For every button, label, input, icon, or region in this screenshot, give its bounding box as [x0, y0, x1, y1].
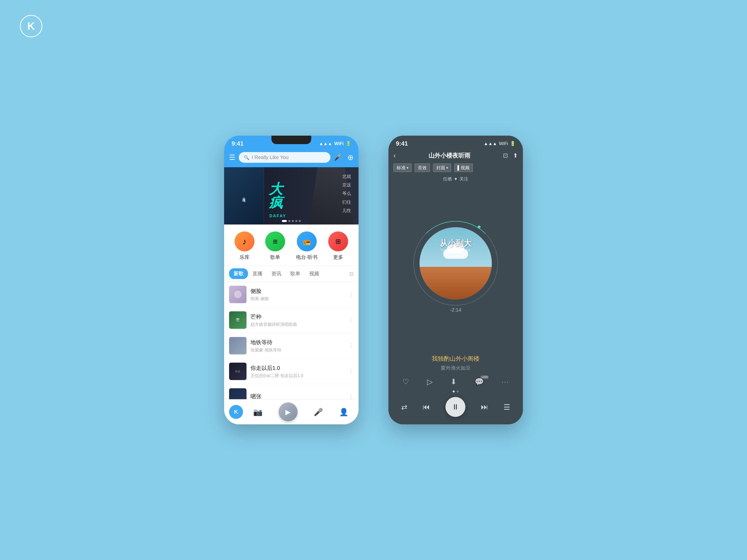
banner: 音乐后现场 大 疯 DAFAY 北就 京这 [224, 167, 359, 224]
song-more-1[interactable]: ⋮ [348, 291, 354, 298]
notch-right [436, 136, 475, 144]
banner-left: 音乐后现场 [224, 167, 264, 224]
song-subtitle-2: 赵方婧音频诗听演唱歌曲 [251, 322, 344, 327]
song-more-5[interactable]: ⋮ [348, 394, 354, 399]
song-title-3: 地铁等待 [251, 339, 344, 346]
download-icon[interactable]: ⬇ [450, 377, 457, 386]
k-avatar-btn[interactable]: K [229, 405, 243, 419]
share-icon[interactable]: ⬆ [513, 152, 518, 159]
quality-effect[interactable]: 音效 [415, 163, 430, 172]
comment-action[interactable]: 💬 +999 [474, 377, 484, 386]
song-title-4: 你走以后1.0 [251, 364, 344, 372]
quick-item-radio[interactable]: 📻 电台·听书 [296, 232, 317, 261]
banner-dot-2 [288, 220, 290, 222]
playlist-icon: ≡ [265, 232, 285, 251]
lyrics-area: 我独酌山外小阁楼 窗外渔火如豆 [388, 352, 523, 374]
airplay-icon[interactable]: ⊡ [503, 152, 508, 159]
playlist-icon[interactable]: ☰ [504, 403, 510, 411]
standard-arrow: ▾ [407, 166, 408, 170]
search-text: I Really Like You [252, 155, 326, 160]
banner-dots [282, 220, 301, 222]
back-icon[interactable]: ‹ [393, 152, 396, 160]
progress-dots [388, 390, 523, 394]
player-bar: K 📷 ▶ 🎤 👤 [224, 399, 359, 424]
song-list: 侧脸 雨果-侧脸 ⋮ 芒 芒种 赵方婧音频诗听演唱歌曲 ⋮ [224, 282, 359, 399]
quick-item-playlist[interactable]: ≡ 歌单 [265, 232, 285, 261]
lyric-main: 我独酌山外小阁楼 [393, 355, 518, 363]
tab-news[interactable]: 资讯 [267, 268, 286, 279]
right-status-icons: ▲▲▲ WiFi 🔋 [484, 141, 515, 146]
more-dots-icon[interactable]: ··· [502, 378, 509, 385]
tab-video[interactable]: 视频 [305, 268, 324, 279]
mic-icon[interactable]: 🎤 [334, 154, 342, 161]
dafay-subtitle: DAFAY [269, 214, 286, 218]
song-item-4[interactable]: 你走 你走以后1.0 王信忠Est/二胖-你走以后1.0 ⋮ [224, 358, 359, 384]
song-title-5: 嗯张 [251, 393, 344, 399]
progress-dot-2 [457, 391, 459, 393]
player-bar-icons: 📷 ▶ 🎤 👤 [248, 402, 354, 421]
tab-new-songs[interactable]: 新歌 [229, 268, 248, 279]
song-thumb-5 [229, 388, 247, 399]
quality-cover[interactable]: 封面 ▾ [433, 163, 451, 172]
search-bar[interactable]: 🔍 I Really Like You [239, 152, 330, 163]
quick-item-more[interactable]: ⊞ 更多 [328, 232, 348, 261]
shuffle-icon[interactable]: ⇄ [401, 403, 407, 411]
song-item-3[interactable]: 地铁等待 张紫豪·地铁等待 ⋮ [224, 333, 359, 358]
like-icon[interactable]: ♡ [403, 377, 409, 386]
left-phone: 9:41 ▲▲▲ WiFi 🔋 ☰ 🔍 I Really Like You 🎤 … [224, 136, 359, 424]
follow-btn[interactable]: 关注 [459, 176, 468, 182]
quick-access: ♪ 乐库 ≡ 歌单 📻 电台·听书 ⊞ 更多 [224, 224, 359, 266]
song-more-2[interactable]: ⋮ [348, 317, 354, 323]
banner-dafay: 大 疯 DAFAY 北就 京这 爷么 们往 儿性 [264, 167, 359, 224]
banner-music-label: 音乐后现场 [242, 195, 246, 197]
tabs-row: 新歌 直播 资讯 歌单 视频 ⊡ [224, 266, 359, 282]
profile-icon[interactable]: 👤 [339, 408, 349, 417]
song-more-4[interactable]: ⋮ [348, 368, 354, 375]
battery-icon: 🔋 [345, 141, 351, 146]
tab-live[interactable]: 直播 [248, 268, 267, 279]
album-area: 从小到大 CONGXIAO DADDA -2:14 [388, 184, 523, 352]
song-item-1[interactable]: 侧脸 雨果-侧脸 ⋮ [224, 282, 359, 308]
menu-icon[interactable]: ☰ [229, 153, 235, 162]
song-subtitle-3: 张紫豪·地铁等待 [251, 347, 344, 353]
quality-video[interactable]: ▌视频 [454, 163, 473, 172]
banner-dot-1 [282, 220, 287, 222]
banner-dot-5 [299, 220, 301, 222]
prev-icon[interactable]: ⏮ [422, 403, 430, 411]
song-more-3[interactable]: ⋮ [348, 343, 354, 349]
album-title: 从小到大 CONGXIAO DADDA [440, 238, 472, 251]
mv-icon[interactable]: ▷ [427, 377, 433, 386]
song-subtitle-1: 雨果-侧脸 [251, 296, 344, 302]
camera-icon[interactable]: 📷 [253, 408, 262, 417]
r-wifi-icon: WiFi [499, 141, 508, 146]
quick-item-library[interactable]: ♪ 乐库 [235, 232, 255, 261]
mic-bar-icon[interactable]: 🎤 [314, 408, 323, 417]
song-item-5[interactable]: 嗯张 ⋮ [224, 384, 359, 399]
tabs-more-icon[interactable]: ⊡ [349, 271, 354, 277]
phones-container: 9:41 ▲▲▲ WiFi 🔋 ☰ 🔍 I Really Like You 🎤 … [224, 136, 523, 424]
song-title-2: 芒种 [251, 313, 344, 321]
right-nav-bar: ‹ 山外小楼夜听雨 ⊡ ⬆ [388, 150, 523, 162]
next-icon[interactable]: ⏭ [481, 403, 488, 411]
author-name: 任燃 [443, 176, 452, 182]
quality-standard[interactable]: 标准 ▾ [393, 163, 412, 172]
add-icon[interactable]: ⊕ [347, 153, 354, 162]
left-time: 9:41 [232, 140, 243, 147]
song-info-1: 侧脸 雨果-侧脸 [251, 288, 344, 302]
album-ring: 从小到大 CONGXIAO DADDA [416, 223, 495, 303]
r-signal-icon: ▲▲▲ [484, 141, 497, 146]
song-item-2[interactable]: 芒 芒种 赵方婧音频诗听演唱歌曲 ⋮ [224, 308, 359, 333]
play-btn-bar[interactable]: ▶ [279, 402, 298, 421]
song-title-1: 侧脸 [251, 288, 344, 295]
song-info-4: 你走以后1.0 王信忠Est/二胖-你走以后1.0 [251, 364, 344, 378]
tab-playlist[interactable]: 歌单 [286, 268, 305, 279]
playback-controls: ⇄ ⏮ ⏸ ⏭ ☰ [388, 394, 523, 424]
r-battery-icon: 🔋 [510, 141, 515, 146]
song-thumb-4: 你走 [229, 363, 247, 380]
dafay-title: 大 疯 [269, 182, 283, 210]
cover-arrow: ▾ [446, 166, 448, 170]
play-pause-btn[interactable]: ⏸ [445, 397, 465, 417]
song-thumb-2: 芒 [229, 311, 247, 329]
comment-badge: +999 [480, 375, 489, 379]
banner-content: 音乐后现场 大 疯 DAFAY 北就 京这 [224, 167, 359, 224]
